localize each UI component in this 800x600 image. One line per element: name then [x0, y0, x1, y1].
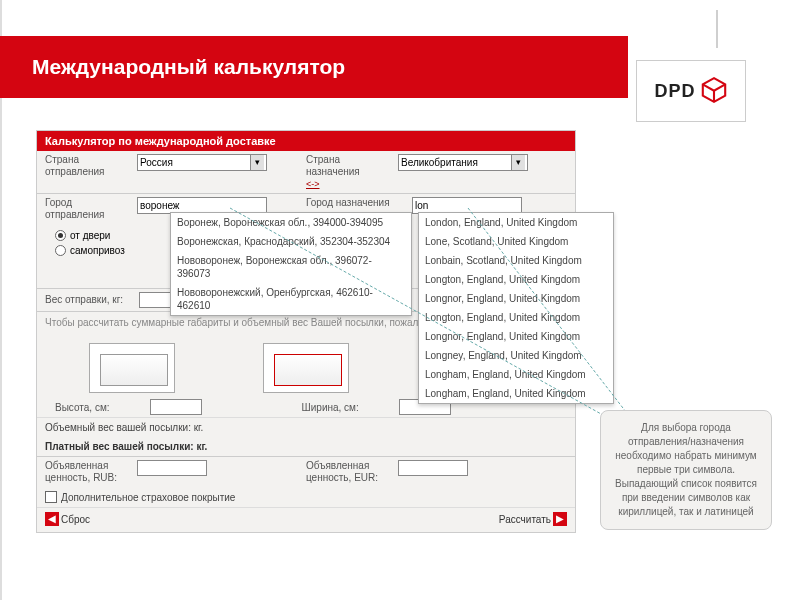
- suggestion-item[interactable]: Lonbain, Scotland, United Kingdom: [419, 251, 613, 270]
- extra-insurance-checkbox[interactable]: [45, 491, 57, 503]
- country-from-label: Страна отправления: [45, 154, 131, 178]
- box-1-icon: [89, 343, 175, 393]
- declared-rub-input[interactable]: [137, 460, 207, 476]
- help-callout: Для выбора города отправления/назначения…: [600, 410, 772, 530]
- city-to-label: Город назначения: [306, 197, 406, 209]
- suggestion-item[interactable]: Воронежская, Краснодарский, 352304-35230…: [171, 232, 411, 251]
- page-title: Международный калькулятор: [32, 55, 345, 79]
- suggestion-item[interactable]: Longton, England, United Kingdom: [419, 308, 613, 327]
- city-from-suggestions: Воронеж, Воронежская обл., 394000-394095…: [170, 212, 412, 316]
- chevron-left-icon: ◀: [45, 512, 59, 526]
- calculate-button[interactable]: Рассчитать ▶: [499, 512, 567, 526]
- declared-eur-input[interactable]: [398, 460, 468, 476]
- suggestion-item[interactable]: Нововоронеж, Воронежская обл., 396072-39…: [171, 251, 411, 283]
- chevron-down-icon[interactable]: ▾: [250, 155, 264, 170]
- reset-button[interactable]: ◀ Сброс: [45, 512, 90, 526]
- country-from-value: Россия: [140, 157, 173, 168]
- box-2-icon: [263, 343, 349, 393]
- suggestion-item[interactable]: London, England, United Kingdom: [419, 213, 613, 232]
- city-to-suggestions: London, England, United Kingdom Lone, Sc…: [418, 212, 614, 404]
- callout-text: Для выбора города отправления/назначения…: [615, 422, 757, 517]
- radio-self-label: самопривоз: [70, 245, 125, 256]
- right-bar-decoration: [716, 10, 718, 48]
- volumetric-weight-row: Объемный вес вашей посылки: кг.: [37, 417, 575, 437]
- country-to-value: Великобритания: [401, 157, 478, 168]
- weight-label: Вес отправки, кг:: [45, 294, 131, 306]
- height-label: Высота, см:: [55, 402, 110, 413]
- title-banner: Международный калькулятор: [0, 36, 628, 98]
- radio-icon: [55, 245, 66, 256]
- suggestion-item[interactable]: Lone, Scotland, United Kingdom: [419, 232, 613, 251]
- dpd-logo: DPD: [636, 60, 746, 122]
- swap-link[interactable]: <->: [306, 179, 320, 189]
- country-from-select[interactable]: Россия ▾: [137, 154, 267, 171]
- city-from-label: Город отправления: [45, 197, 131, 221]
- suggestion-item[interactable]: Longnor, England, United Kingdom: [419, 327, 613, 346]
- suggestion-item[interactable]: Longney, England, United Kingdom: [419, 346, 613, 365]
- dpd-cube-icon: [700, 76, 728, 106]
- chevron-down-icon[interactable]: ▾: [511, 155, 525, 170]
- country-to-label: Страна назначения: [306, 154, 392, 178]
- paid-weight-row: Платный вес вашей посылки: кг.: [37, 437, 575, 456]
- width-label: Ширина, см:: [302, 402, 359, 413]
- declared-rub-label: Объявленная ценность, RUB:: [45, 460, 131, 484]
- suggestion-item[interactable]: Longnor, England, United Kingdom: [419, 289, 613, 308]
- country-to-select[interactable]: Великобритания ▾: [398, 154, 528, 171]
- suggestion-item[interactable]: Longham, England, United Kingdom: [419, 365, 613, 384]
- suggestion-item[interactable]: Нововоронежский, Оренбургская, 462610-46…: [171, 283, 411, 315]
- declared-eur-label: Объявленная ценность, EUR:: [306, 460, 392, 484]
- radio-from-door-label: от двери: [70, 230, 110, 241]
- extra-insurance-label: Дополнительное страховое покрытие: [61, 492, 235, 503]
- panel-header: Калькулятор по международной доставке: [37, 131, 575, 151]
- chevron-right-icon: ▶: [553, 512, 567, 526]
- radio-icon: [55, 230, 66, 241]
- logo-text: DPD: [654, 81, 695, 102]
- suggestion-item[interactable]: Longham, England, United Kingdom: [419, 384, 613, 403]
- suggestion-item[interactable]: Longton, England, United Kingdom: [419, 270, 613, 289]
- suggestion-item[interactable]: Воронеж, Воронежская обл., 394000-394095: [171, 213, 411, 232]
- height-input[interactable]: [150, 399, 202, 415]
